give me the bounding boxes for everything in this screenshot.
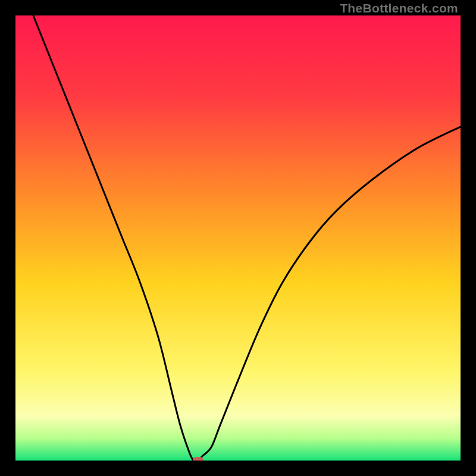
optimal-point-marker	[193, 457, 203, 461]
watermark-text: TheBottleneck.com	[340, 1, 458, 15]
chart-frame	[15, 15, 461, 461]
bottleneck-curve	[15, 15, 461, 461]
